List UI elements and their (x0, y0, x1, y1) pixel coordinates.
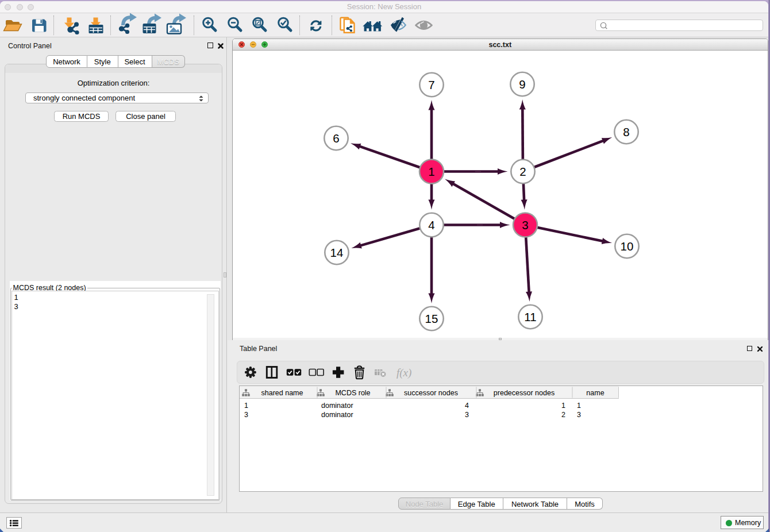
svg-text:predecessor nodes: predecessor nodes (494, 389, 555, 397)
svg-text:11: 11 (524, 310, 536, 323)
svg-text:name: name (586, 389, 604, 397)
svg-text:15: 15 (425, 312, 438, 325)
svg-text:4: 4 (428, 218, 434, 232)
svg-text:14: 14 (330, 246, 343, 259)
svg-text:10: 10 (620, 240, 633, 253)
svg-text:1: 1 (428, 165, 434, 178)
svg-text:2: 2 (519, 165, 526, 178)
svg-text:6: 6 (333, 132, 339, 145)
svg-text:7: 7 (428, 78, 434, 91)
svg-text:8: 8 (623, 125, 629, 138)
svg-text:9: 9 (519, 78, 525, 91)
svg-text:shared name: shared name (261, 389, 303, 397)
svg-text:successor nodes: successor nodes (404, 389, 458, 397)
svg-text:f(x): f(x) (396, 367, 411, 379)
svg-text:3: 3 (522, 218, 528, 232)
svg-text:MCDS role: MCDS role (335, 389, 370, 397)
